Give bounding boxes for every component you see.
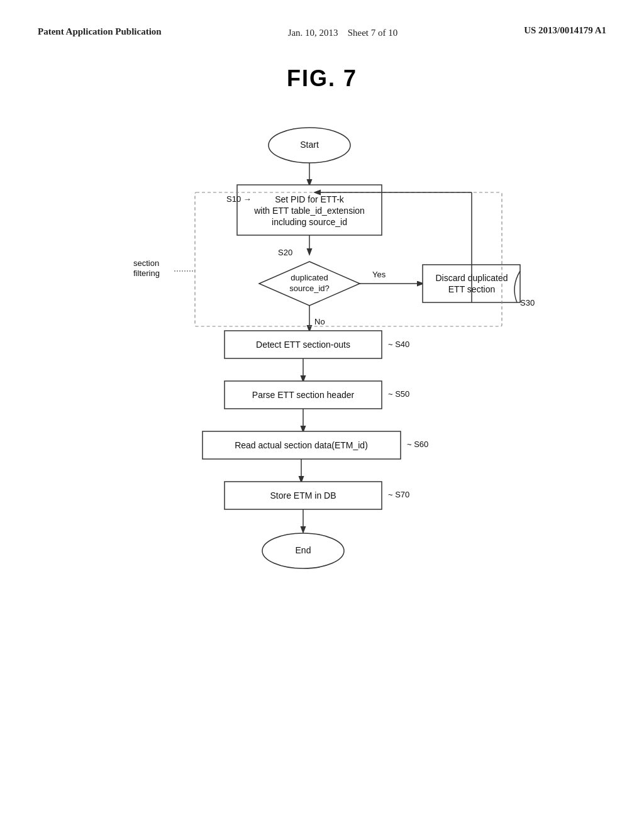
yes-label: Yes — [372, 270, 386, 279]
header-center: Jan. 10, 2013 Sheet 7 of 10 — [288, 25, 398, 40]
s10-line2: with ETT table_id_extension — [253, 206, 365, 216]
s60-label: ~ S60 — [407, 440, 428, 449]
s10-line3: including source_id — [272, 217, 347, 227]
diagram-area: Start Set PID for ETT-k with ETT table_i… — [0, 111, 644, 727]
s70-label: ~ S70 — [388, 490, 409, 499]
s40-text: Detect ETT section-outs — [256, 340, 350, 350]
start-node: Start — [300, 140, 319, 150]
no-label: No — [314, 317, 325, 326]
header-left: Patent Application Publication — [38, 25, 162, 38]
page-header: Patent Application Publication Jan. 10, … — [0, 0, 644, 40]
s20-diamond-line1: duplicated — [291, 273, 328, 282]
s50-text: Parse ETT section header — [252, 390, 355, 400]
s50-label: ~ S50 — [388, 389, 409, 399]
s10-label: S10 → — [226, 194, 252, 204]
s40-label: ~ S40 — [388, 340, 409, 349]
figure-title: FIG. 7 — [0, 65, 644, 92]
header-right: US 2013/0014179 A1 — [524, 25, 606, 36]
flowchart-svg: Start Set PID for ETT-k with ETT table_i… — [102, 111, 542, 727]
section-filtering-label2: filtering — [133, 268, 160, 278]
end-node: End — [296, 545, 311, 555]
section-filtering-label: section — [133, 258, 159, 268]
s20-diamond-line2: source_id? — [289, 284, 330, 293]
s60-text: Read actual section data(ETM_id) — [235, 440, 368, 450]
s30-label: S30 — [520, 298, 535, 307]
s10-line1: Set PID for ETT-k — [275, 194, 345, 204]
s70-text: Store ETM in DB — [270, 490, 336, 501]
s20-label: S20 — [278, 248, 292, 257]
